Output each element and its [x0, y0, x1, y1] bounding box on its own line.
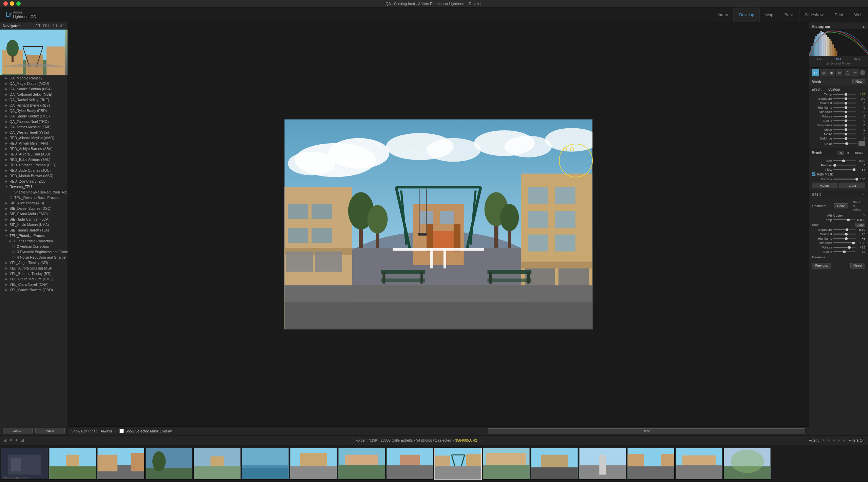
- list-item[interactable]: ▶QA_Rylee Brady (RBR): [0, 108, 68, 113]
- star-1[interactable]: ★: [822, 438, 826, 443]
- list-item[interactable]: ▶QA_Thomas Noel (TNO): [0, 119, 68, 124]
- color-swatch[interactable]: [858, 141, 865, 146]
- list-item[interactable]: ▶RED_Corazon Froman (CFR): [0, 162, 68, 168]
- filmstrip-thumb-15[interactable]: [675, 448, 723, 480]
- list-item[interactable]: ▶YEL_Clara Nayell (CNA): [0, 282, 68, 287]
- list-item[interactable]: ▶QA_Magic Dutton (MDU): [0, 81, 68, 86]
- develop-linear-grad-tool[interactable]: ▭: [836, 69, 843, 76]
- brush-reset-button[interactable]: Reset: [812, 183, 837, 188]
- develop-color-picker[interactable]: [860, 70, 865, 75]
- brush-tab-a[interactable]: A: [837, 151, 844, 155]
- develop-radial-grad-tool[interactable]: ◯: [844, 69, 851, 76]
- nav-develop[interactable]: Develop: [733, 7, 759, 22]
- whites-slider-mask[interactable]: [833, 116, 856, 117]
- list-item[interactable]: ▶RED_Babe Altidore (BAL): [0, 157, 68, 162]
- develop-adjustment-brush[interactable]: ✏: [852, 69, 860, 76]
- list-item[interactable]: ▶QA_Maggie Ramsey: [0, 75, 68, 81]
- exposure-basic-slider[interactable]: [833, 229, 856, 230]
- fit-option-4to1[interactable]: 4:1: [60, 24, 65, 28]
- wb-eyedropper-icon[interactable]: ✎: [863, 214, 865, 217]
- nav-map[interactable]: Map: [759, 7, 778, 22]
- nav-book[interactable]: Book: [779, 7, 799, 22]
- develop-crop-tool[interactable]: ⊙: [812, 69, 819, 76]
- list-item-revamp[interactable]: ▼Revamp_TPU: [0, 184, 68, 189]
- minimize-button[interactable]: [10, 1, 14, 6]
- survey-icon[interactable]: ⊡: [21, 438, 24, 443]
- star-2[interactable]: ★: [827, 438, 831, 443]
- filmstrip-thumb-2[interactable]: [49, 448, 96, 480]
- list-item[interactable]: ☐4 Noise Reduction and Sharpening: [0, 255, 68, 260]
- list-item[interactable]: ▶SIE_Daniel Squires (DSQ): [0, 206, 68, 211]
- list-item[interactable]: ☐2 Vertical Correction: [0, 244, 68, 249]
- brush-section-header[interactable]: Brush A B Erase: [809, 148, 868, 157]
- list-item[interactable]: ▶RED_Zoe Cleary (ZCL): [0, 179, 68, 184]
- brush-size-slider[interactable]: [833, 160, 856, 161]
- list-item[interactable]: ▶RED_Alberta Moylan (AMO): [0, 135, 68, 141]
- basic-section-header[interactable]: Basic ▲: [809, 191, 868, 197]
- mask-new-button[interactable]: New: [852, 79, 865, 84]
- histogram-expand-icon[interactable]: ▲: [862, 25, 865, 29]
- image-area[interactable]: [68, 22, 809, 426]
- nav-library[interactable]: Library: [710, 7, 734, 22]
- treatment-color-btn[interactable]: Color: [834, 203, 848, 208]
- list-item[interactable]: ▶SIE_Kevin Macon (KMA): [0, 222, 68, 227]
- noise-slider[interactable]: [833, 129, 856, 130]
- reset-develop-button[interactable]: Reset: [850, 263, 865, 268]
- contrast-basic-slider[interactable]: [833, 234, 856, 235]
- brush-flow-slider[interactable]: [833, 169, 856, 170]
- list-item[interactable]: ▶YEL_Angel Tinsley (ATI): [0, 260, 68, 265]
- list-item[interactable]: ☐3 Dynamic Brightness and Contrast: [0, 249, 68, 255]
- list-item[interactable]: ▶SIE_Jade Camden (JCA): [0, 217, 68, 222]
- list-item[interactable]: ▶QA_Rachel Kelley (RKE): [0, 97, 68, 103]
- blacks-slider-mask[interactable]: [833, 120, 856, 121]
- copy-button[interactable]: Copy...: [3, 428, 33, 433]
- color-slider[interactable]: [833, 143, 857, 144]
- show-mask-checkbox[interactable]: [119, 429, 124, 433]
- loupe-icon[interactable]: ≡: [10, 438, 12, 443]
- maximize-button[interactable]: [16, 1, 21, 6]
- filmstrip-thumb-11[interactable]: [483, 448, 530, 480]
- list-item[interactable]: ▶RED_Aurora Julian (AJU): [0, 151, 68, 157]
- paste-button[interactable]: Paste: [35, 428, 65, 433]
- filmstrip-thumb-7[interactable]: [290, 448, 337, 480]
- whites-basic-slider[interactable]: [833, 247, 856, 248]
- previous-button[interactable]: Previous: [812, 263, 831, 268]
- filmstrip-thumb-1[interactable]: [1, 448, 48, 480]
- list-item[interactable]: ▶YEL_Brianna Tinsley (BTI): [0, 271, 68, 276]
- list-item[interactable]: ▶YEL_Aurora Spurling (ASP): [0, 265, 68, 271]
- brush-clear-button[interactable]: Clear: [839, 183, 865, 188]
- temp-slider[interactable]: [833, 94, 856, 95]
- exposure-slider-mask[interactable]: [833, 98, 856, 99]
- highlights-slider-mask[interactable]: [833, 107, 856, 108]
- list-item[interactable]: ▶SIE_Alice Brock (AIB): [0, 200, 68, 206]
- nav-web[interactable]: Web: [849, 7, 868, 22]
- list-item[interactable]: ▶QA_Nathaniel Selby (NSE): [0, 92, 68, 97]
- filmstrip-thumb-13[interactable]: [579, 448, 626, 480]
- filmstrip-thumb-6[interactable]: [242, 448, 289, 480]
- list-item[interactable]: ▶RED_Anyah Miller (ANI): [0, 141, 68, 146]
- nav-print[interactable]: Print: [829, 7, 849, 22]
- wb-value[interactable]: Custom: [833, 214, 862, 217]
- list-item[interactable]: ☐Sharpening&NoiseReduction_Revamp: [0, 189, 68, 195]
- develop-spot-tool[interactable]: ◎: [820, 69, 827, 76]
- blacks-basic-slider[interactable]: [833, 251, 856, 252]
- nav-slideshow[interactable]: Slideshow: [799, 7, 829, 22]
- list-item[interactable]: ▶SIE_Eliana Mohr (EMO): [0, 211, 68, 217]
- basic-expand-icon[interactable]: ▲: [863, 193, 865, 196]
- treatment-bw-btn[interactable]: Black & White: [850, 200, 865, 212]
- sharpness-slider[interactable]: [833, 125, 856, 126]
- filmstrip-thumb-10[interactable]: [434, 448, 482, 480]
- compare-icon[interactable]: ✦: [15, 438, 18, 443]
- fit-option-fill[interactable]: FILL: [43, 24, 50, 28]
- brush-feather-slider[interactable]: [833, 165, 856, 166]
- list-item[interactable]: ▶QA_Richard Byrne (RBY): [0, 103, 68, 108]
- list-item[interactable]: ▶QA_Natalie Sabrina (NSA): [0, 86, 68, 92]
- list-item[interactable]: ▶1 Lens Profile Correction: [0, 238, 68, 244]
- moire-slider[interactable]: [833, 133, 856, 134]
- brush-tab-erase[interactable]: Erase: [853, 151, 865, 155]
- filmstrip-thumb-14[interactable]: [627, 448, 675, 480]
- auto-tone-button[interactable]: Auto: [855, 223, 865, 227]
- list-item[interactable]: ▶RED_Mariah Brower (MBR): [0, 173, 68, 179]
- list-item[interactable]: ▶YEL_Gracie Bowers (GBO): [0, 287, 68, 293]
- main-photo[interactable]: [284, 119, 593, 330]
